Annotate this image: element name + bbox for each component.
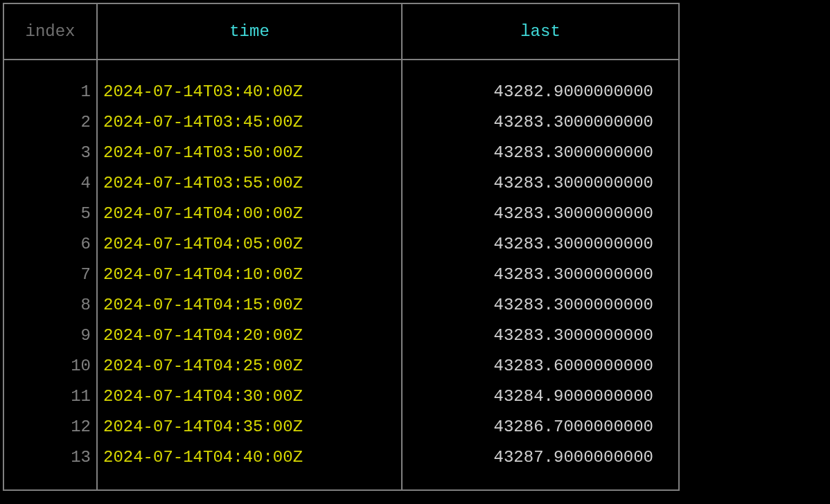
cell-last: 43283.6000000000 bbox=[402, 351, 679, 381]
cell-last: 43284.9000000000 bbox=[402, 381, 679, 412]
cell-index: 1 bbox=[3, 60, 97, 107]
cell-index: 11 bbox=[3, 381, 97, 412]
table-row: 82024-07-14T04:15:00Z43283.3000000000 bbox=[3, 290, 679, 321]
cell-time: 2024-07-14T04:35:00Z bbox=[97, 412, 402, 442]
table-row: 72024-07-14T04:10:00Z43283.3000000000 bbox=[3, 260, 679, 290]
cell-index: 5 bbox=[3, 199, 97, 229]
table-row: 22024-07-14T03:45:00Z43283.3000000000 bbox=[3, 107, 679, 138]
cell-index: 4 bbox=[3, 168, 97, 199]
column-header-time: time bbox=[97, 3, 402, 60]
cell-time: 2024-07-14T04:15:00Z bbox=[97, 290, 402, 321]
table-row: 62024-07-14T04:05:00Z43283.3000000000 bbox=[3, 229, 679, 260]
table-row: 112024-07-14T04:30:00Z43284.9000000000 bbox=[3, 381, 679, 412]
cell-time: 2024-07-14T03:55:00Z bbox=[97, 168, 402, 199]
table-row: 122024-07-14T04:35:00Z43286.7000000000 bbox=[3, 412, 679, 442]
cell-last: 43283.3000000000 bbox=[402, 321, 679, 351]
cell-last: 43286.7000000000 bbox=[402, 412, 679, 442]
cell-time: 2024-07-14T04:40:00Z bbox=[97, 442, 402, 490]
table-row: 32024-07-14T03:50:00Z43283.3000000000 bbox=[3, 138, 679, 168]
cell-time: 2024-07-14T04:25:00Z bbox=[97, 351, 402, 381]
cell-last: 43283.3000000000 bbox=[402, 290, 679, 321]
table-header: index time last bbox=[3, 3, 679, 60]
table-row: 12024-07-14T03:40:00Z43282.9000000000 bbox=[3, 60, 679, 107]
cell-last: 43283.3000000000 bbox=[402, 229, 679, 260]
cell-last: 43283.3000000000 bbox=[402, 138, 679, 168]
cell-last: 43283.3000000000 bbox=[402, 107, 679, 138]
cell-time: 2024-07-14T04:05:00Z bbox=[97, 229, 402, 260]
cell-time: 2024-07-14T03:40:00Z bbox=[97, 60, 402, 107]
cell-last: 43283.3000000000 bbox=[402, 199, 679, 229]
cell-time: 2024-07-14T04:10:00Z bbox=[97, 260, 402, 290]
cell-last: 43282.9000000000 bbox=[402, 60, 679, 107]
cell-time: 2024-07-14T04:20:00Z bbox=[97, 321, 402, 351]
table-row: 42024-07-14T03:55:00Z43283.3000000000 bbox=[3, 168, 679, 199]
cell-index: 8 bbox=[3, 290, 97, 321]
cell-time: 2024-07-14T03:45:00Z bbox=[97, 107, 402, 138]
table-row: 102024-07-14T04:25:00Z43283.6000000000 bbox=[3, 351, 679, 381]
data-table: index time last 12024-07-14T03:40:00Z432… bbox=[3, 3, 680, 491]
cell-index: 12 bbox=[3, 412, 97, 442]
cell-index: 2 bbox=[3, 107, 97, 138]
cell-time: 2024-07-14T04:00:00Z bbox=[97, 199, 402, 229]
table-row: 52024-07-14T04:00:00Z43283.3000000000 bbox=[3, 199, 679, 229]
cell-last: 43283.3000000000 bbox=[402, 260, 679, 290]
cell-index: 10 bbox=[3, 351, 97, 381]
cell-index: 3 bbox=[3, 138, 97, 168]
table-body: 12024-07-14T03:40:00Z43282.9000000000220… bbox=[3, 60, 679, 490]
column-header-last: last bbox=[402, 3, 679, 60]
cell-time: 2024-07-14T04:30:00Z bbox=[97, 381, 402, 412]
data-table-container: index time last 12024-07-14T03:40:00Z432… bbox=[3, 3, 680, 491]
header-row: index time last bbox=[3, 3, 679, 60]
table-row: 92024-07-14T04:20:00Z43283.3000000000 bbox=[3, 321, 679, 351]
cell-index: 9 bbox=[3, 321, 97, 351]
cell-index: 6 bbox=[3, 229, 97, 260]
column-header-index: index bbox=[3, 3, 97, 60]
table-row: 132024-07-14T04:40:00Z43287.9000000000 bbox=[3, 442, 679, 490]
cell-last: 43283.3000000000 bbox=[402, 168, 679, 199]
cell-index: 7 bbox=[3, 260, 97, 290]
cell-last: 43287.9000000000 bbox=[402, 442, 679, 490]
cell-time: 2024-07-14T03:50:00Z bbox=[97, 138, 402, 168]
cell-index: 13 bbox=[3, 442, 97, 490]
